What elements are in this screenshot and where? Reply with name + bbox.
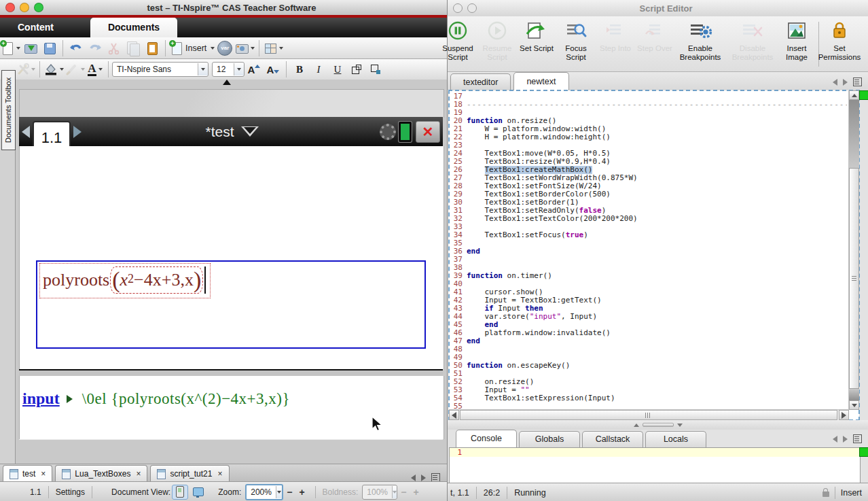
splitter-up-icon[interactable] [634,424,639,427]
doc-tab-test[interactable]: test × [3,465,52,482]
console-panel[interactable]: 1 [449,447,861,484]
code-line[interactable]: 55 [449,402,847,409]
step-over-button[interactable]: Step Over [635,20,674,53]
font-size-dropdown-icon[interactable] [234,63,244,75]
script-tab-texteditor[interactable]: texteditor [450,73,511,90]
tab-documents[interactable]: Documents [90,18,177,37]
scroll-tabs-right-icon[interactable] [843,436,848,443]
code-line[interactable]: 48 [449,345,847,353]
tab-callstack[interactable]: Callstack [582,431,643,447]
tab-content[interactable]: Content [0,18,71,37]
close-tab-icon[interactable]: × [136,469,141,479]
status-settings-link[interactable]: Settings [56,487,85,497]
italic-button[interactable]: I [310,61,327,78]
vertical-scrollbar[interactable] [848,90,859,410]
undo-button[interactable] [67,39,85,57]
scroll-tabs-left-icon[interactable] [411,474,416,481]
close-document-button[interactable]: ✕ [416,121,440,143]
variables-button[interactable]: var [216,39,234,57]
code-line[interactable]: 46 platform.window:invalidate() [449,329,847,337]
underline-button[interactable]: U [329,61,346,78]
code-line[interactable]: 47end [449,337,847,345]
documents-toolbox-handle[interactable]: Documents Toolbox [1,70,16,150]
redo-button[interactable] [86,39,104,57]
set-script-button[interactable]: Set Script [517,20,556,53]
code-line[interactable]: 22 H = platform.window:height() [449,133,847,141]
brush-button[interactable] [65,61,85,78]
scroll-tabs-right-icon[interactable] [843,79,848,86]
insert-button[interactable]: + Insert [170,39,215,57]
zoom-select[interactable]: 200% [245,484,283,500]
superscript-button[interactable] [348,61,365,78]
screenshot-button[interactable] [235,39,255,57]
zoom-window-button[interactable] [34,3,43,12]
zoom-dropdown-icon[interactable] [276,486,282,498]
page-layout-button[interactable] [264,39,283,57]
fill-color-button[interactable] [44,61,64,78]
focus-script-button[interactable]: Focus Script [556,20,596,62]
enable-breakpoints-button[interactable]: Enable Breakpoints [674,20,726,62]
resume-script-button[interactable]: Resume Script [477,20,517,62]
minimize-window-button[interactable] [20,3,29,12]
open-document-button[interactable] [22,39,39,57]
code-line[interactable]: 32 TextBox1:setTextColor(200*200*200) [449,215,847,223]
horizontal-scroll-thumb[interactable] [460,410,837,420]
script-editor-titlebar[interactable]: Script Editor [448,0,868,17]
close-tab-icon[interactable]: × [41,469,46,479]
code-line[interactable]: 18--------------------------------------… [449,101,847,109]
boldness-select[interactable]: 100% [362,485,397,500]
script-tab-newtext[interactable]: newtext [513,72,568,90]
computer-view-button[interactable] [191,485,206,499]
disable-breakpoints-button[interactable]: Disable Breakpoints [726,20,779,62]
boldness-increase-button[interactable]: + [413,487,418,498]
doc-tab-script-tut21[interactable]: script_tut21 × [150,465,229,482]
font-size-select[interactable]: 12 [212,62,245,77]
font-family-dropdown-icon[interactable] [198,63,208,75]
scroll-up-icon[interactable] [849,90,859,100]
subscript-button[interactable] [367,61,384,78]
tab-console[interactable]: Console [456,430,517,447]
cut-button[interactable] [105,39,123,57]
scroll-tabs-right-icon[interactable] [421,474,426,481]
boldness-decrease-button[interactable]: − [401,487,406,498]
tab-locals[interactable]: Locals [645,431,706,447]
decrease-font-button[interactable]: A [264,61,282,78]
close-window-button[interactable] [5,3,15,12]
doc-tab-lua-textboxes[interactable]: Lua_TextBoxes × [55,465,147,482]
math-expression[interactable]: polyroots(x2−4x+3,x) [39,263,211,298]
scroll-left-icon[interactable] [449,410,459,420]
new-document-button[interactable]: + [1,39,20,57]
code-line[interactable]: 50function on.escapeKey() [449,362,847,370]
close-window-button[interactable] [453,3,463,13]
code-editor[interactable]: 1718------------------------------------… [449,90,859,420]
set-permissions-button[interactable]: Set Permissions [814,20,865,62]
save-document-button[interactable] [41,39,58,57]
scroll-tabs-left-icon[interactable] [833,79,837,86]
tab-list-icon[interactable] [853,434,862,443]
step-into-button[interactable]: Step Into [596,20,635,53]
horizontal-scrollbar[interactable] [449,409,849,420]
settings-gear-icon[interactable] [380,124,396,140]
math-textbox[interactable]: polyroots(x2−4x+3,x) [36,260,426,349]
font-family-select[interactable]: TI-Nspire Sans [112,62,209,77]
console-line[interactable]: 1 [450,448,860,457]
code-line[interactable]: 54 TextBox1:setExpression(Input) [449,394,847,402]
splitter-handle[interactable] [643,423,674,427]
scroll-tabs-left-icon[interactable] [833,436,837,443]
code-line[interactable]: 35 [449,239,847,247]
zoom-in-button[interactable]: + [299,487,304,498]
document-title-dropdown[interactable]: *test [84,124,380,140]
paste-button[interactable] [143,39,161,57]
editor-console-splitter[interactable] [448,420,868,430]
tab-list-icon[interactable] [853,77,862,86]
vertical-scroll-thumb[interactable] [849,168,859,389]
titlebar[interactable]: test – TI-Nspire™ CAS Teacher Software [0,0,447,16]
splitter-down-icon[interactable] [677,424,683,427]
previous-page-icon[interactable] [22,126,30,138]
code-line[interactable]: 44 var.store("input", Input) [449,313,847,321]
suspend-script-button[interactable]: Suspend Script [438,20,477,62]
copy-button[interactable] [124,39,142,57]
scroll-down-icon[interactable] [849,400,859,410]
minimize-window-button[interactable] [467,3,477,13]
bold-button[interactable]: B [291,61,308,78]
